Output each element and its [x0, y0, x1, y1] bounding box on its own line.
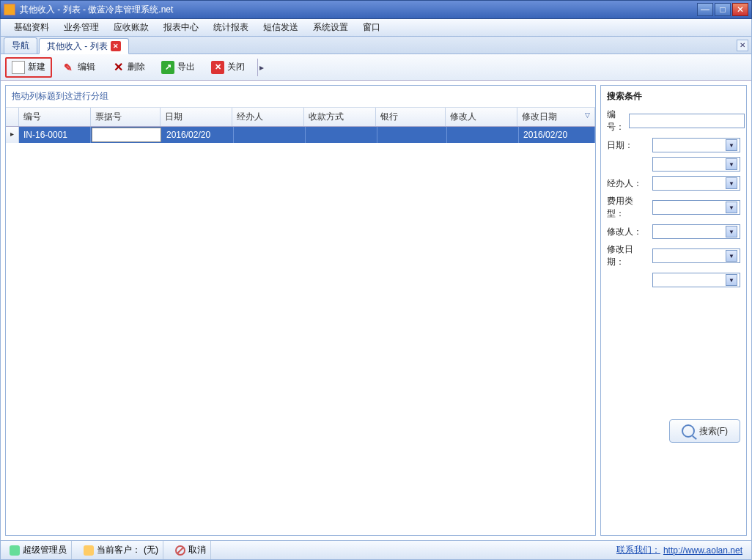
lbl-modifier: 修改人： — [607, 226, 648, 238]
search-button[interactable]: 搜索(F) — [669, 419, 740, 443]
col-bank[interactable]: 银行 — [376, 108, 446, 126]
menu-basic-data[interactable]: 基础资料 — [7, 18, 56, 37]
close-label: 关闭 — [227, 61, 245, 73]
cell-paytype[interactable] — [306, 127, 377, 143]
lbl-no: 编号： — [607, 108, 624, 133]
titlebar: 其他收入 - 列表 - 傲蓝冷库管理系统.net — □ ✕ — [0, 0, 752, 19]
search-date-to[interactable]: ▼ — [652, 157, 740, 172]
minimize-button[interactable]: — — [697, 3, 713, 16]
chevron-down-icon: ▼ — [726, 274, 737, 286]
col-no[interactable]: 编号 — [19, 108, 91, 126]
row-indicator-icon: ▸ — [6, 127, 19, 143]
lbl-handler: 经办人： — [607, 177, 648, 190]
menu-receivable[interactable]: 应收账款 — [106, 18, 156, 37]
edit-button[interactable]: ✎ 编辑 — [55, 57, 102, 78]
tabstrip: 导航 其他收入 - 列表 ✕ ✕ — [1, 37, 751, 54]
new-label: 新建 — [28, 61, 45, 73]
new-icon — [12, 61, 25, 74]
cell-no[interactable]: IN-16-0001 — [19, 127, 91, 143]
chevron-down-icon: ▼ — [726, 139, 737, 151]
col-bill[interactable]: 票据号 — [91, 108, 161, 126]
search-icon — [682, 424, 695, 438]
sort-desc-icon: ▽ — [585, 111, 590, 119]
close-window-button[interactable]: ✕ — [732, 3, 748, 16]
tab-close-icon[interactable]: ✕ — [111, 41, 121, 51]
app-icon — [4, 4, 15, 15]
new-button[interactable]: 新建 — [5, 57, 52, 78]
search-moddate-from[interactable]: ▼ — [652, 248, 740, 263]
export-label: 导出 — [177, 61, 195, 73]
cell-bank[interactable] — [377, 127, 447, 143]
search-moddate-to[interactable]: ▼ — [652, 273, 740, 287]
close-icon: ✕ — [211, 61, 224, 74]
chevron-down-icon: ▼ — [726, 250, 737, 262]
lbl-moddate: 修改日期： — [607, 243, 648, 268]
col-indicator — [6, 108, 19, 126]
delete-icon: ✕ — [111, 61, 125, 74]
menu-sms[interactable]: 短信发送 — [256, 18, 306, 37]
close-button[interactable]: ✕ 关闭 — [204, 57, 251, 78]
edit-icon: ✎ — [62, 61, 75, 74]
search-modifier[interactable]: ▼ — [652, 224, 740, 239]
cell-modifier[interactable] — [447, 127, 519, 143]
tabstrip-close-button[interactable]: ✕ — [737, 40, 748, 51]
menu-stat-report[interactable]: 统计报表 — [206, 18, 256, 37]
user-icon — [10, 545, 20, 556]
chevron-down-icon: ▼ — [726, 202, 737, 213]
tab-other-income-list[interactable]: 其他收入 - 列表 ✕ — [39, 38, 129, 54]
content: 拖动列标题到这进行分组 编号 票据号 日期 经办人 收款方式 银行 修改人 修改… — [1, 81, 751, 540]
client-lbl: 当前客户： — [97, 544, 141, 556]
menu-window[interactable]: 窗口 — [355, 18, 388, 37]
menu-settings[interactable]: 系统设置 — [306, 18, 355, 37]
col-paytype[interactable]: 收款方式 — [304, 108, 376, 126]
status-cancel[interactable]: 取消 — [171, 541, 211, 559]
export-button[interactable]: ↗ 导出 — [155, 57, 202, 78]
search-no-input[interactable] — [629, 114, 745, 128]
search-panel: 搜索条件 编号： 日期：▼ ▼ 经办人：▼ 费用类型：▼ 修改人：▼ 修改日期：… — [600, 85, 747, 536]
lbl-feetype: 费用类型： — [607, 195, 648, 220]
group-hint[interactable]: 拖动列标题到这进行分组 — [6, 86, 595, 108]
client-icon — [84, 545, 94, 556]
cell-bill[interactable] — [92, 128, 161, 142]
maximize-button[interactable]: □ — [715, 3, 731, 16]
cell-moddate[interactable]: 2016/02/20 — [519, 127, 595, 143]
cancel-icon — [175, 545, 185, 556]
menu-report-center[interactable]: 报表中心 — [156, 18, 206, 37]
cell-date[interactable]: 2016/02/20 — [162, 127, 234, 143]
tab-label: 其他收入 - 列表 — [47, 40, 108, 53]
grid-body[interactable]: ▸ IN-16-0001 2016/02/20 2016/02/20 — [6, 127, 595, 535]
contact-lbl: 联系我们： — [616, 544, 660, 556]
col-moddate[interactable]: 修改日期▽ — [517, 108, 595, 126]
menubar: 基础资料 业务管理 应收账款 报表中心 统计报表 短信发送 系统设置 窗口 — [0, 19, 752, 37]
col-handler[interactable]: 经办人 — [232, 108, 304, 126]
status-client: 当前客户： (无) — [79, 541, 163, 559]
edit-label: 编辑 — [78, 61, 95, 73]
menu-business[interactable]: 业务管理 — [56, 18, 106, 37]
client-val: (无) — [144, 544, 158, 556]
chevron-down-icon: ▼ — [726, 226, 737, 237]
search-date-from[interactable]: ▼ — [652, 138, 740, 152]
statusbar: 超级管理员 当前客户： (无) 取消 联系我们： http://www.aola… — [0, 541, 752, 560]
export-icon: ↗ — [161, 61, 174, 74]
col-modifier[interactable]: 修改人 — [446, 108, 517, 126]
toolbar-overflow[interactable]: ▸ — [257, 59, 265, 76]
search-handler[interactable]: ▼ — [652, 176, 740, 191]
grid-header: 编号 票据号 日期 经办人 收款方式 银行 修改人 修改日期▽ — [6, 108, 595, 127]
cancel-label: 取消 — [188, 544, 206, 556]
toolbar: 新建 ✎ 编辑 ✕ 删除 ↗ 导出 ✕ 关闭 ▸ — [1, 54, 751, 81]
search-feetype[interactable]: ▼ — [652, 200, 740, 215]
chevron-down-icon: ▼ — [726, 177, 737, 189]
contact-link[interactable]: http://www.aolan.net — [663, 545, 742, 556]
chevron-down-icon: ▼ — [726, 158, 737, 170]
table-row[interactable]: ▸ IN-16-0001 2016/02/20 2016/02/20 — [6, 127, 595, 143]
lbl-date: 日期： — [607, 139, 648, 152]
search-title: 搜索条件 — [607, 90, 740, 103]
tab-label: 导航 — [12, 40, 29, 52]
tab-navigation[interactable]: 导航 — [4, 37, 37, 54]
cell-handler[interactable] — [234, 127, 306, 143]
delete-label: 删除 — [128, 61, 145, 73]
status-user-label: 超级管理员 — [23, 544, 67, 556]
delete-button[interactable]: ✕ 删除 — [105, 57, 152, 78]
col-date[interactable]: 日期 — [161, 108, 232, 126]
grid-panel: 拖动列标题到这进行分组 编号 票据号 日期 经办人 收款方式 银行 修改人 修改… — [5, 85, 596, 536]
